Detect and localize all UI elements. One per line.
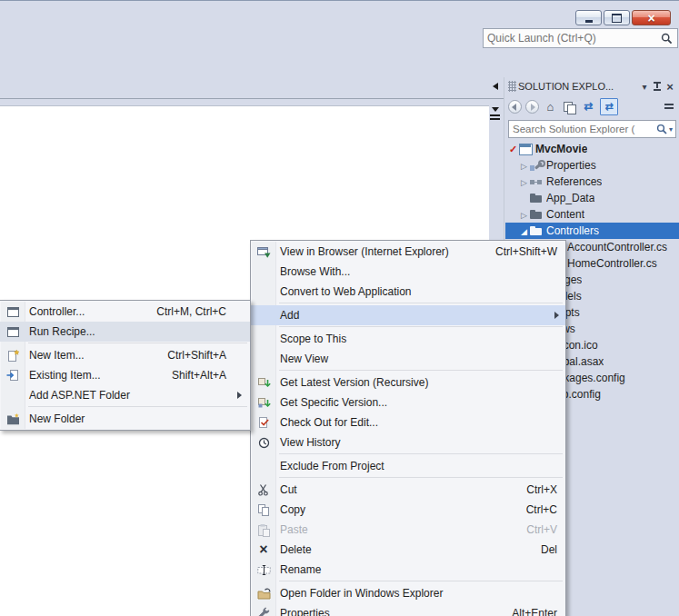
menu-separator xyxy=(279,477,563,478)
chevron-expanded-icon[interactable] xyxy=(519,224,529,237)
menu-item-shortcut: Shift+Alt+A xyxy=(148,369,226,382)
tree-item-app-data[interactable]: App_Data xyxy=(505,190,679,206)
menu-item-copy[interactable]: Copy Ctrl+C xyxy=(251,500,565,520)
menu-item-exclude-from-project[interactable]: Exclude From Project xyxy=(251,456,565,476)
chevron-collapsed-icon[interactable] xyxy=(519,159,529,172)
close-icon[interactable] xyxy=(664,80,676,93)
submenu-arrow-icon xyxy=(554,312,559,319)
toolbar-overflow-icon[interactable] xyxy=(493,83,498,90)
window-icon xyxy=(0,305,25,319)
menu-item-convert-to-web-application[interactable]: Convert to Web Application xyxy=(251,282,565,302)
menu-item-add[interactable]: Add xyxy=(251,305,565,325)
maximize-button[interactable] xyxy=(604,10,630,25)
solution-search-input[interactable] xyxy=(513,124,656,134)
menu-item-label: Add ASP.NET Folder xyxy=(29,389,130,402)
menu-item-label: New Folder xyxy=(29,412,85,425)
tree-item-label: HomeController.cs xyxy=(567,257,657,270)
menu-item-get-latest-version[interactable]: Get Latest Version (Recursive) xyxy=(251,373,565,392)
tree-item-controllers[interactable]: Controllers xyxy=(505,223,679,239)
menu-item-label: Get Latest Version (Recursive) xyxy=(280,376,428,389)
menu-item-open-folder-in-windows-explorer[interactable]: Open Folder in Windows Explorer xyxy=(251,583,565,603)
menu-item-label: Add xyxy=(280,309,299,322)
menu-separator xyxy=(28,343,247,343)
menu-separator xyxy=(279,370,563,371)
menu-item-shortcut: Ctrl+C xyxy=(503,503,557,516)
paste-icon xyxy=(251,523,276,537)
folder-icon xyxy=(529,207,544,222)
menu-item-view-in-browser[interactable]: View in Browser (Internet Explorer) Ctrl… xyxy=(251,242,565,262)
menu-separator xyxy=(279,581,563,581)
submenu-item-add-aspnet-folder[interactable]: Add ASP.NET Folder xyxy=(0,385,250,405)
toolbar-options-button[interactable] xyxy=(661,99,676,114)
submenu-item-controller[interactable]: Controller... Ctrl+M, Ctrl+C xyxy=(0,302,250,322)
menu-item-label: Delete xyxy=(280,543,312,556)
wrench-icon xyxy=(251,607,276,616)
drag-grip-icon[interactable] xyxy=(508,81,516,92)
vs-main-window: SOLUTION EXPLO... ▾ M xyxy=(0,0,679,616)
quick-launch-box[interactable] xyxy=(483,28,678,48)
submenu-item-new-folder[interactable]: New Folder xyxy=(0,409,250,429)
menu-item-browse-with[interactable]: Browse With... xyxy=(251,262,565,282)
menu-item-label: Scope to This xyxy=(280,333,346,345)
menu-item-label: View in Browser (Internet Explorer) xyxy=(280,245,449,258)
sync-with-active-document-button[interactable] xyxy=(600,98,618,115)
menu-item-delete[interactable]: Delete Del xyxy=(251,540,565,560)
menu-item-label: Browse With... xyxy=(280,265,350,278)
chevron-collapsed-icon[interactable] xyxy=(519,208,529,221)
menu-item-properties[interactable]: Properties Alt+Enter xyxy=(251,603,565,616)
menu-separator xyxy=(279,303,563,303)
menu-item-label: Check Out for Edit... xyxy=(280,416,378,429)
tree-item-mvcmovie[interactable]: MvcMovie xyxy=(505,141,679,157)
submenu-arrow-icon xyxy=(237,392,242,399)
submenu-item-new-item[interactable]: New Item... Ctrl+Shift+A xyxy=(0,345,250,365)
menu-item-view-history[interactable]: View History xyxy=(251,432,565,452)
menu-item-shortcut: Ctrl+M, Ctrl+C xyxy=(133,305,226,318)
solution-explorer-toolbar xyxy=(505,95,679,117)
menu-item-paste[interactable]: Paste Ctrl+V xyxy=(251,520,565,540)
forward-button[interactable] xyxy=(525,100,539,114)
window-position-button[interactable] xyxy=(638,80,651,93)
menu-item-shortcut: Ctrl+V xyxy=(503,523,557,536)
search-icon xyxy=(656,124,668,135)
menu-item-cut[interactable]: Cut Ctrl+X xyxy=(251,480,565,500)
menu-item-shortcut: Ctrl+X xyxy=(503,483,557,496)
menu-item-check-out-for-edit[interactable]: Check Out for Edit... xyxy=(251,412,565,432)
back-button[interactable] xyxy=(508,100,522,114)
menu-item-scope-to-this[interactable]: Scope to This xyxy=(251,329,565,349)
tree-item-references[interactable]: References xyxy=(505,174,679,190)
open-folder-icon xyxy=(251,587,276,601)
solution-explorer-search-box[interactable]: ▾ xyxy=(508,120,676,138)
chevron-collapsed-icon[interactable] xyxy=(519,175,529,188)
editor-splitter-icon[interactable] xyxy=(489,107,502,124)
add-submenu: Controller... Ctrl+M, Ctrl+C Run Recipe.… xyxy=(0,300,251,431)
menu-item-get-specific-version[interactable]: Get Specific Version... xyxy=(251,392,565,412)
menu-item-shortcut: Del xyxy=(517,543,557,556)
refresh-button[interactable] xyxy=(581,99,596,114)
search-options-caret-icon[interactable]: ▾ xyxy=(669,125,673,134)
delete-x-icon xyxy=(251,542,276,557)
home-button[interactable] xyxy=(543,99,558,114)
menu-item-shortcut: Alt+Enter xyxy=(488,607,557,616)
search-icon xyxy=(661,33,673,45)
quick-launch-input[interactable] xyxy=(487,32,661,45)
minimize-button[interactable] xyxy=(575,10,602,25)
copy-icon xyxy=(251,503,276,517)
close-button[interactable] xyxy=(632,10,671,25)
submenu-item-run-recipe[interactable]: Run Recipe... xyxy=(0,322,250,342)
get-latest-version-icon xyxy=(251,376,276,390)
tree-item-content[interactable]: Content xyxy=(505,206,679,223)
csharp-project-icon xyxy=(518,142,533,156)
pin-icon[interactable] xyxy=(651,80,664,93)
tree-item-properties[interactable]: Properties xyxy=(505,157,679,174)
menu-item-rename[interactable]: Rename xyxy=(251,560,565,580)
menu-item-label: Exclude From Project xyxy=(280,460,384,472)
show-all-files-button[interactable] xyxy=(562,99,577,114)
tree-item-label: Controllers xyxy=(546,224,599,237)
properties-icon xyxy=(529,158,544,173)
submenu-item-existing-item[interactable]: Existing Item... Shift+Alt+A xyxy=(0,365,250,385)
menu-item-new-view[interactable]: New View xyxy=(251,349,565,369)
menu-separator xyxy=(279,453,563,454)
menu-item-label: New View xyxy=(280,353,328,365)
solution-explorer-titlebar[interactable]: SOLUTION EXPLO... xyxy=(505,77,679,95)
tree-item-label: AccountController.cs xyxy=(567,241,667,253)
